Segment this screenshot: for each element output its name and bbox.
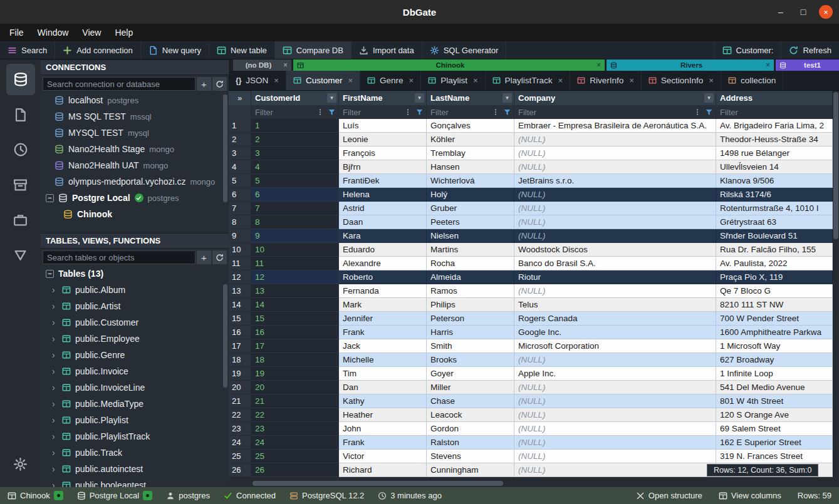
- row-number[interactable]: 24: [229, 436, 251, 450]
- cell-customerid[interactable]: 21: [251, 394, 339, 408]
- cell-firstname[interactable]: Heather: [339, 408, 427, 422]
- status-rows-59[interactable]: Rows: 59: [798, 491, 831, 500]
- cell-address[interactable]: Theodor-Heuss-Straße 34: [716, 133, 833, 147]
- cell-address[interactable]: Sřnder Boulevard 51: [716, 229, 833, 243]
- tables-scrollbar[interactable]: [223, 284, 227, 388]
- cell-customerid[interactable]: 26: [251, 463, 339, 477]
- cell-firstname[interactable]: Frank: [339, 326, 427, 339]
- kebab-menu-icon[interactable]: [490, 107, 501, 118]
- cell-address[interactable]: 319 N. Frances Street: [716, 450, 833, 463]
- cell-lastname[interactable]: Rocha: [427, 257, 514, 270]
- cell-lastname[interactable]: Gruber: [427, 202, 514, 215]
- status-3-minutes-ago[interactable]: 3 minutes ago: [378, 491, 442, 500]
- cell-lastname[interactable]: Chase: [427, 394, 514, 408]
- status-chinook[interactable]: Chinook: [8, 491, 63, 500]
- toolbar-import-data[interactable]: Import data: [352, 41, 422, 59]
- status-postgres[interactable]: postgres: [166, 491, 210, 500]
- cell-firstname[interactable]: Alexandre: [339, 257, 427, 270]
- status-postgre-local[interactable]: Postgre Local: [77, 491, 153, 500]
- tab-genre[interactable]: Genre×: [360, 71, 421, 90]
- cell-company[interactable]: Banco do Brasil S.A.: [514, 257, 716, 270]
- row-number[interactable]: 9: [229, 229, 251, 243]
- cell-customerid[interactable]: 3: [251, 147, 339, 160]
- row-number[interactable]: 25: [229, 450, 251, 463]
- table-item-public-playlist[interactable]: ›public.Playlist: [41, 412, 229, 428]
- connection-item-mysql-test[interactable]: MYSQL TESTmysql: [41, 125, 229, 141]
- collapse-icon[interactable]: −: [46, 194, 54, 202]
- tab-group-no-db[interactable]: (no DB)×: [233, 59, 291, 71]
- cell-firstname[interactable]: Astrid: [339, 202, 427, 215]
- cell-firstname[interactable]: Eduardo: [339, 243, 427, 257]
- add-connection-button[interactable]: +: [197, 77, 211, 91]
- connection-item-ms-sql-test[interactable]: MS SQL TESTmssql: [41, 108, 229, 125]
- toolbar-sql-generator[interactable]: SQL Generator: [422, 41, 507, 59]
- row-number[interactable]: 18: [229, 353, 251, 367]
- chevron-right-icon[interactable]: ›: [52, 464, 58, 474]
- connection-item-chinook[interactable]: Chinook: [41, 206, 229, 222]
- tab-riverinfo[interactable]: RiverInfo×: [570, 71, 642, 90]
- sidebar-history-button[interactable]: [6, 134, 35, 165]
- row-number[interactable]: 11: [229, 257, 251, 270]
- status-view-columns[interactable]: View columns: [719, 491, 781, 500]
- cell-customerid[interactable]: 14: [251, 298, 339, 312]
- cell-customerid[interactable]: 16: [251, 326, 339, 339]
- close-icon[interactable]: ×: [629, 76, 634, 85]
- cell-customerid[interactable]: 1: [251, 119, 339, 133]
- cell-lastname[interactable]: Harris: [427, 326, 514, 339]
- table-item-public-autoinctest[interactable]: ›public.autoinctest: [41, 461, 229, 477]
- scrollbar-thumb[interactable]: [253, 481, 503, 486]
- cell-company[interactable]: (NULL): [514, 436, 716, 450]
- column-dropdown-icon[interactable]: ▼: [327, 93, 336, 103]
- cell-company[interactable]: Apple Inc.: [514, 367, 716, 381]
- status-postgresql-12-2[interactable]: PostgreSQL 12.2: [289, 491, 364, 500]
- column-header-customerid[interactable]: CustomerId▼: [251, 91, 339, 105]
- cell-lastname[interactable]: Holý: [427, 188, 514, 202]
- close-icon[interactable]: ×: [473, 76, 478, 85]
- sidebar-files-button[interactable]: [6, 99, 35, 130]
- cell-company[interactable]: JetBrains s.r.o.: [514, 174, 716, 188]
- row-number[interactable]: 23: [229, 422, 251, 436]
- cell-address[interactable]: 801 W 4th Street: [716, 394, 833, 408]
- cell-address[interactable]: 1 Microsoft Way: [716, 339, 833, 353]
- cell-firstname[interactable]: Fernanda: [339, 284, 427, 298]
- cell-company[interactable]: Telus: [514, 298, 716, 312]
- grid-horizontal-scrollbar[interactable]: [229, 480, 833, 487]
- cell-customerid[interactable]: 17: [251, 339, 339, 353]
- toolbar-search[interactable]: Search: [0, 41, 55, 59]
- cell-firstname[interactable]: Tim: [339, 367, 427, 381]
- cell-address[interactable]: Ullevĺlsveien 14: [716, 160, 833, 174]
- row-number[interactable]: 21: [229, 394, 251, 408]
- cell-address[interactable]: Klanova 9/506: [716, 174, 833, 188]
- cell-firstname[interactable]: Helena: [339, 188, 427, 202]
- row-number[interactable]: 17: [229, 339, 251, 353]
- row-number[interactable]: 15: [229, 312, 251, 326]
- tab-json[interactable]: {}JSON×: [229, 71, 286, 90]
- filter-funnel-icon[interactable]: [704, 107, 714, 118]
- chevron-right-icon[interactable]: ›: [52, 415, 58, 425]
- tables-search-input[interactable]: Search tables or objects: [43, 250, 195, 264]
- cell-lastname[interactable]: Peterson: [427, 312, 514, 326]
- chevron-right-icon[interactable]: ›: [52, 431, 58, 441]
- tables-panel-header[interactable]: TABLES, VIEWS, FUNCTIONS: [41, 233, 229, 249]
- cell-lastname[interactable]: Smith: [427, 339, 514, 353]
- row-number[interactable]: 22: [229, 408, 251, 422]
- cell-lastname[interactable]: Stevens: [427, 450, 514, 463]
- filter-input-address[interactable]: Filter: [716, 105, 833, 119]
- cell-address[interactable]: 1600 Amphitheatre Parkwa: [716, 326, 833, 339]
- row-number[interactable]: 3: [229, 147, 251, 160]
- tables-group[interactable]: −Tables (13): [41, 265, 229, 282]
- scrollbar-thumb[interactable]: [833, 92, 838, 239]
- cell-customerid[interactable]: 6: [251, 188, 339, 202]
- cell-company[interactable]: (NULL): [514, 408, 716, 422]
- kebab-menu-icon[interactable]: [315, 107, 325, 118]
- cell-address[interactable]: 627 Broadway: [716, 353, 833, 367]
- cell-firstname[interactable]: John: [339, 422, 427, 436]
- cell-company[interactable]: (NULL): [514, 463, 716, 477]
- cell-company[interactable]: Riotur: [514, 270, 716, 284]
- tab-collection[interactable]: collection: [721, 71, 783, 90]
- column-header-address[interactable]: Address: [716, 91, 833, 105]
- row-number[interactable]: 16: [229, 326, 251, 339]
- cell-company[interactable]: Woodstock Discos: [514, 243, 716, 257]
- cell-company[interactable]: (NULL): [514, 188, 716, 202]
- cell-customerid[interactable]: 13: [251, 284, 339, 298]
